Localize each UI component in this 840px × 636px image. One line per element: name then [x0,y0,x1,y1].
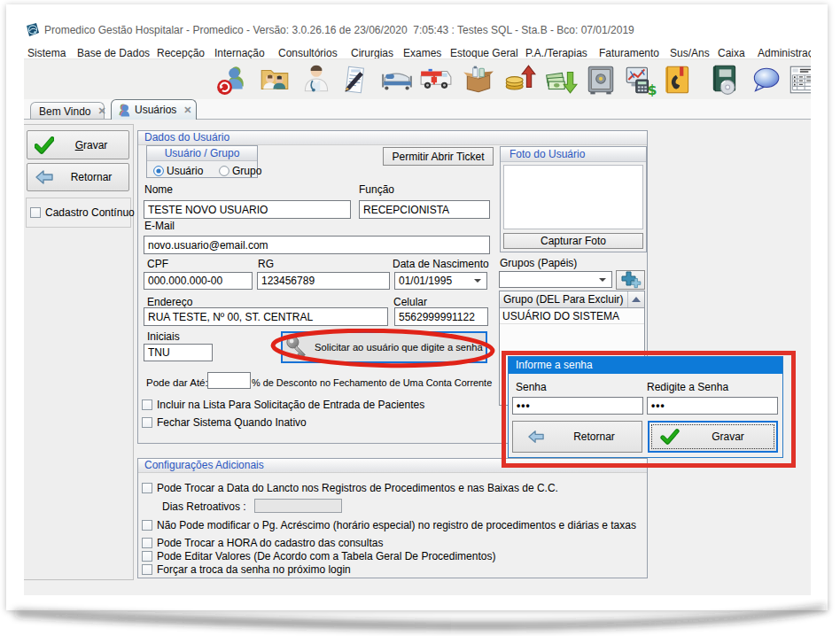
svg-text:$: $ [647,81,657,97]
arrow-left-icon [35,168,54,186]
report-grid-icon[interactable] [785,62,811,97]
users-sync-icon[interactable] [214,62,250,97]
cpf-input[interactable]: 000.000.000-00 [144,272,253,290]
checkbox-icon[interactable] [142,399,152,410]
checkbox-icon[interactable] [142,564,152,575]
app-logo-icon [25,22,40,37]
dados-usuario-caption: Dados do Usuário [138,131,647,145]
radio-usuario[interactable]: Usuário [153,165,203,177]
window-title: Promedico Gestão Hospitalar - Promedico … [44,24,634,36]
dialog-title-bar[interactable]: Informe a senha [509,357,782,374]
tab-usuarios[interactable]: Usuários ✕ [111,99,197,120]
config-check5[interactable]: Forçar a troca da senha no próximo login [142,563,351,576]
config-check3-label: Pode Trocar a HORA do cadastro das consu… [157,537,383,549]
dialog-retornar-button[interactable]: Retornar [512,421,642,453]
check-icon [660,429,680,445]
screenshot-stage: Promedico Gestão Hospitalar - Promedico … [0,0,840,636]
config-check4[interactable]: Pode Editar Valores (De Acordo com a Tab… [142,550,495,562]
tab-bem-vindo-close-icon[interactable]: ✕ [97,105,105,117]
iniciais-input[interactable]: TNU [144,344,213,361]
usuario-grupo-caption: Usuário / Grupo [147,146,257,161]
document-pen-icon[interactable] [338,62,374,97]
informe-senha-dialog: Informe a senha Senha ••• Redigite a Sen… [508,356,783,458]
permitir-abrir-ticket-button[interactable]: Permitir Abrir Ticket [383,147,494,166]
finance-calculator-icon[interactable]: $ [622,62,657,97]
phonebook-icon[interactable] [660,62,696,97]
checkbox-icon[interactable] [142,538,152,548]
celular-input[interactable]: 5562999991122 [394,307,488,326]
data-nascimento-label: Data de Nascimento [393,258,489,270]
config-check3[interactable]: Pode Trocar a HORA do cadastro das consu… [142,537,383,549]
safe-icon[interactable] [583,62,618,97]
grupos-combo[interactable] [499,271,612,288]
endereco-input[interactable]: RUA TESTE, Nº 00, ST. CENTRAL [144,307,388,326]
cpf-label: CPF [147,258,168,270]
gravar-button[interactable]: Gravar [27,130,129,159]
book-cd-icon[interactable] [707,62,743,97]
checkbox-icon[interactable] [142,520,152,531]
redigite-senha-input[interactable]: ••• [647,397,778,415]
cadastro-continuo-checkbox[interactable]: Cadastro Contínuo [30,206,135,219]
tab-usuarios-close-icon[interactable]: ✕ [183,105,191,116]
data-nascimento-combo[interactable]: 01/01/1995 [394,272,487,290]
checkbox-icon[interactable] [142,551,152,562]
checkbox-icon[interactable] [142,483,152,493]
desconto-suffix-label: % de Desconto no Fechamento de Uma Conta… [252,377,492,388]
config-check5-label: Forçar a troca da senha no próximo login [157,563,351,576]
users-folder-icon[interactable] [257,62,292,97]
radio-grupo-label: Grupo [232,165,261,177]
email-input[interactable]: novo.usuario@email.com [144,236,490,254]
check-icon [35,136,54,154]
dialog-gravar-button[interactable]: Gravar [648,421,778,453]
combo-arrow-icon[interactable] [474,279,481,283]
doctor-icon[interactable] [299,62,334,97]
checkbox-icon[interactable] [142,417,152,428]
config-check2-label: Não Pode modificar o Pg. Acréscimo (horá… [157,519,636,531]
add-plus-icon [620,271,642,289]
config-check4-label: Pode Editar Valores (De Acordo com a Tab… [157,550,495,562]
config-check2[interactable]: Não Pode modificar o Pg. Acréscimo (horá… [142,519,636,531]
workspace: Gravar Retornar Cadastro Contínuo [24,120,811,595]
tab-bem-vindo-label: Bem Vindo [39,105,90,118]
dialog-gravar-label: Gravar [680,430,776,443]
radio-grupo[interactable]: Grupo [219,165,261,177]
funcao-input[interactable]: RECEPCIONISTA [359,200,490,219]
dias-retroativos-label: Dias Retroativos : [162,500,246,513]
hospital-bed-icon[interactable] [379,62,415,97]
tab-bem-vindo[interactable]: Bem Vindo ✕ [30,102,105,120]
title-bar: Promedico Gestão Hospitalar - Promedico … [24,11,811,46]
checkbox-icon[interactable] [30,207,41,218]
usuario-grupo-box: Usuário / Grupo Usuário Grupo [146,145,258,178]
incluir-lista-checkbox[interactable]: Incluir na Lista Para Solicitação de Ent… [142,399,424,411]
grupos-grid-header[interactable]: Grupo (DEL Para Excluir) [500,291,644,308]
grid-header-label: Grupo (DEL Para Excluir) [503,293,624,306]
desconto-input[interactable] [207,372,251,389]
sort-cell [627,291,644,307]
sort-ascending-icon [632,297,641,302]
add-grupo-button[interactable] [616,270,645,290]
solicitar-senha-button[interactable]: Solicitar ao usuário que digite a senha [281,331,487,363]
screenshot-card: Promedico Gestão Hospitalar - Promedico … [6,4,828,610]
sidebar-panel: Gravar Retornar Cadastro Contínuo [24,124,134,580]
grupos-combo-arrow-icon[interactable] [599,278,606,282]
senha-input[interactable]: ••• [512,397,643,415]
dias-retroativos-input[interactable] [254,499,342,513]
money-up-icon[interactable] [502,62,538,97]
radio-unselected-icon [219,166,229,176]
capturar-foto-button[interactable]: Capturar Foto [503,233,643,249]
config-check1[interactable]: Pode Trocar a Data do Lancto nos Registr… [142,482,558,494]
solicitar-senha-label: Solicitar ao usuário que digite a senha [315,342,483,353]
retornar-button[interactable]: Retornar [27,163,129,191]
grid-row-usuario-sistema[interactable]: USUÁRIO DO SISTEMA [500,308,644,324]
celular-label: Celular [393,296,427,308]
rg-input[interactable]: 123456789 [257,272,390,290]
ambulance-icon[interactable] [418,62,454,97]
chat-bubble-icon[interactable] [748,62,783,97]
fechar-sistema-checkbox[interactable]: Fechar Sistema Quando Inativo [142,416,307,429]
pode-dar-ate-label: Pode dar Até: [146,377,208,388]
money-down-icon[interactable] [543,62,579,97]
nome-input[interactable]: TESTE NOVO USUARIO [144,200,351,219]
supplies-box-icon[interactable] [461,62,496,97]
arrow-left-icon [525,429,547,445]
redigite-senha-label: Redigite a Senha [647,381,728,393]
